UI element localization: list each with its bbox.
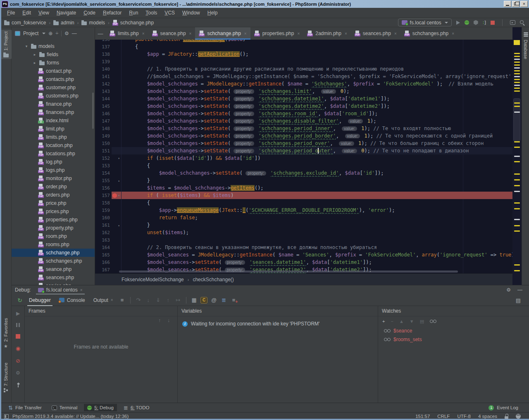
tab-schchange-php[interactable]: schchange.php× — [195, 27, 250, 40]
force-step-into-button[interactable]: ⇓ — [153, 295, 163, 305]
line-number[interactable]: 147 — [95, 119, 112, 124]
line-number[interactable]: 137 — [95, 44, 112, 50]
view-breakpoints-button[interactable]: ◉ — [16, 346, 20, 351]
gutter-marker-area[interactable] — [112, 147, 122, 154]
move-up-button[interactable]: ▲ — [399, 319, 404, 324]
code-line[interactable]: 159 $app->enqueueMessage(JText::_('SCHCH… — [95, 206, 512, 214]
tree-item-location-php[interactable]: location.php — [12, 141, 95, 149]
line-number[interactable]: 142 — [95, 81, 112, 87]
gutter-marker-area[interactable] — [112, 214, 122, 221]
code-line[interactable]: 154 $model_schchanges->setState( propert… — [95, 169, 512, 177]
toolstrip-favorites-button[interactable]: 2: Favorites ★ — [0, 316, 12, 351]
restore-layout-button[interactable]: ▤ — [516, 297, 526, 304]
code-line[interactable]: 162 unset($items); — [95, 229, 512, 236]
restore-button[interactable] — [512, 1, 519, 7]
menu-help[interactable]: Help — [204, 9, 222, 17]
tree-item-schchange-php[interactable]: schchange.php — [12, 249, 95, 257]
toolwindow-button-file-transfer[interactable]: ⇅File Transfer — [5, 404, 45, 412]
run-config-select[interactable]: fs.local centos — [398, 19, 452, 26]
line-number[interactable]: 141 — [95, 74, 112, 79]
code-line[interactable]: 166 $model_seances->setState( property: … — [95, 259, 512, 266]
gutter-marker-area[interactable] — [112, 125, 122, 132]
error-stripe[interactable] — [512, 27, 522, 285]
mute-breakpoints-button[interactable]: ⊘ — [16, 358, 20, 363]
gutter-marker-area[interactable] — [112, 102, 122, 110]
code-line[interactable]: 137 { — [95, 43, 512, 50]
coverage-button[interactable] — [474, 20, 478, 25]
breadcrumb-admin[interactable]: admin — [53, 20, 74, 26]
chevron-down-icon[interactable]: ▾ — [24, 44, 29, 48]
tree-item-fields[interactable]: ▸fields — [12, 50, 95, 59]
code-line[interactable]: 151 $model_schchanges->setState( propert… — [95, 147, 512, 154]
code-line[interactable]: 158 { — [95, 199, 512, 206]
gutter-marker-area[interactable] — [112, 199, 122, 206]
line-number[interactable]: 146 — [95, 111, 112, 116]
code-line[interactable]: 161▴ } — [95, 221, 512, 229]
gutter-marker-area[interactable] — [112, 251, 122, 259]
code-line[interactable]: 139 — [95, 58, 512, 65]
toolwindow-button-6-todo[interactable]: ≣6: TODO — [120, 404, 153, 412]
tree-item-finances-php[interactable]: finances.php — [12, 108, 95, 116]
code-line[interactable]: 160 return false; — [95, 214, 512, 221]
remove-button[interactable]: − — [391, 319, 393, 324]
line-number[interactable]: 149 — [95, 133, 112, 139]
code-line[interactable]: 156 $items = $model_schchanges->getItems… — [95, 184, 512, 192]
menu-file[interactable]: File — [3, 9, 19, 17]
gutter-marker-area[interactable] — [112, 140, 122, 147]
line-number[interactable]: 143 — [95, 89, 112, 94]
search-button[interactable] — [520, 20, 525, 25]
tab-seances-php[interactable]: seances.php× — [351, 27, 400, 40]
run-to-cursor-button[interactable]: ↦ — [173, 295, 183, 305]
locate-file-icon[interactable]: ⊕ — [48, 31, 52, 36]
menu-code[interactable]: Code — [80, 9, 99, 17]
tree-item-service-php[interactable]: service.php — [12, 282, 95, 285]
line-number[interactable]: 139 — [95, 59, 112, 64]
tab-2admin-php[interactable]: 2admin.php× — [303, 27, 351, 40]
gutter-marker-area[interactable] — [112, 80, 122, 88]
breakpoint-icon[interactable] — [112, 193, 117, 198]
gutter-marker-area[interactable] — [112, 88, 122, 95]
tree-item-index-html[interactable]: index.html — [12, 116, 95, 125]
toolstrip-project-button[interactable]: 1: Project — [0, 30, 12, 59]
copy-button[interactable]: ▤ — [420, 319, 424, 324]
arrow-up-icon[interactable]: ↑ — [158, 318, 161, 323]
breadcrumb-models[interactable]: models — [81, 20, 105, 26]
line-number[interactable]: 148 — [95, 126, 112, 131]
tree-item-contact-php[interactable]: contact.php — [12, 67, 95, 75]
tree-item-prices-php[interactable]: prices.php — [12, 207, 95, 216]
line-number[interactable]: 155 — [95, 178, 112, 183]
step-over-button[interactable]: ↷ — [133, 295, 143, 305]
toolwindow-button-terminal[interactable]: Terminal — [48, 404, 81, 411]
menu-window[interactable]: Window — [179, 9, 204, 17]
tab-seance-php[interactable]: seance.php× — [148, 27, 195, 40]
step-into-button[interactable]: ↓ — [143, 295, 153, 305]
line-number[interactable]: 160 — [95, 215, 112, 221]
line-ending[interactable]: CRLF — [437, 414, 450, 419]
line-number[interactable]: 157 — [95, 193, 112, 198]
code-line[interactable]: 147 $model_schchanges->setState( propert… — [95, 117, 512, 125]
gutter-marker-area[interactable]: ▾ — [112, 192, 122, 199]
toolstrip-structure-button[interactable]: 7: Structure — [0, 361, 12, 394]
toggle-toolwindows-icon[interactable] — [4, 414, 9, 419]
close-icon[interactable]: × — [111, 298, 113, 302]
step-out-button[interactable]: ↑ — [163, 295, 173, 305]
line-number[interactable]: 164 — [95, 245, 112, 250]
tree-item-limit-php[interactable]: limit.php — [12, 125, 95, 133]
line-number[interactable]: 154 — [95, 171, 112, 176]
line-number[interactable]: 153 — [95, 163, 112, 168]
line-number[interactable]: 151 — [95, 148, 112, 154]
title-bar[interactable]: PS com_fokservice [E:\#dev\joomla\fok_se… — [0, 0, 529, 8]
tree-item-log-php[interactable]: log.php — [12, 158, 95, 166]
tree-item-seance-php[interactable]: seance.php — [12, 265, 95, 273]
tab-schchanges-php[interactable]: schchanges.php× — [400, 27, 458, 40]
line-number[interactable]: 167 — [95, 267, 112, 273]
stop-button[interactable] — [16, 334, 20, 339]
tree-item-price-php[interactable]: price.php — [12, 199, 95, 207]
project-scrollbar[interactable] — [92, 93, 94, 129]
close-icon[interactable]: × — [345, 31, 347, 36]
code-line[interactable]: 149 $model_schchanges->setState( propert… — [95, 132, 512, 140]
toolwindow-button-5-debug[interactable]: 5: Debug — [84, 404, 117, 411]
menu-navigate[interactable]: Navigate — [53, 9, 80, 17]
gear-icon[interactable]: ⚙ — [64, 31, 69, 36]
breadcrumb-method[interactable]: checkSchchange() — [193, 277, 234, 282]
